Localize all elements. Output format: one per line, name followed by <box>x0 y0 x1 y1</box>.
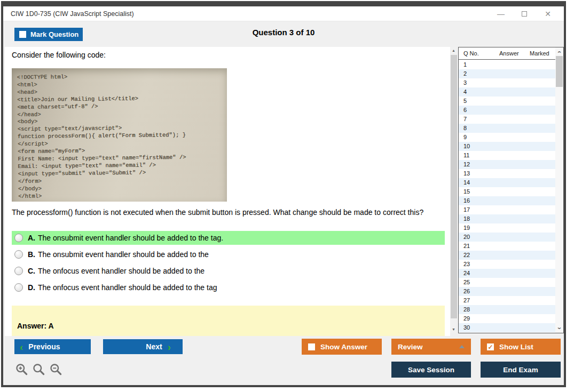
mark-question-button[interactable]: Mark Question <box>14 28 83 41</box>
question-list-row[interactable]: 19 <box>459 223 563 233</box>
question-list-row[interactable]: 12 <box>459 160 563 169</box>
main-scrollbar[interactable]: ▲ ▼ <box>450 47 457 333</box>
next-button[interactable]: Next › <box>103 339 183 354</box>
question-panel: Consider the following code: <!DOCTYPE h… <box>5 47 450 336</box>
question-list-row[interactable]: 5 <box>459 97 563 106</box>
close-button[interactable]: ✕ <box>536 10 560 18</box>
row-marked <box>525 233 546 242</box>
row-marked <box>525 196 546 205</box>
answer-option-a[interactable]: A. The onsubmit event handler should be … <box>12 231 445 245</box>
answer-option-d[interactable]: D. The onfocus event handler should be a… <box>12 281 445 294</box>
question-list-row[interactable]: 4 <box>459 87 563 97</box>
row-qno: 11 <box>459 151 494 160</box>
list-scroll-down-icon[interactable]: ‹ <box>555 324 563 332</box>
question-intro: Consider the following code: <box>12 51 106 59</box>
answer-option-b[interactable]: B. The onsubmit event handler should be … <box>12 247 445 261</box>
row-answer <box>494 169 525 178</box>
row-answer <box>494 196 525 205</box>
question-list-row[interactable]: 27 <box>459 296 563 305</box>
scroll-down-icon[interactable]: ▼ <box>450 326 457 333</box>
row-qno: 10 <box>459 142 494 151</box>
question-list-row[interactable]: 29 <box>459 314 563 323</box>
zoom-reset-icon[interactable] <box>32 363 46 377</box>
row-answer <box>494 60 525 69</box>
row-qno: 6 <box>459 106 494 115</box>
question-list-row[interactable]: 20 <box>459 233 563 242</box>
row-marked <box>525 60 546 69</box>
question-list-row[interactable]: 22 <box>459 251 563 260</box>
question-list-row[interactable]: 7 <box>459 115 563 124</box>
row-answer <box>494 269 525 278</box>
question-list-row[interactable]: 26 <box>459 287 563 296</box>
question-list-row[interactable]: 15 <box>459 187 563 196</box>
radio-icon[interactable] <box>14 250 23 259</box>
radio-icon[interactable] <box>14 283 23 292</box>
row-marked <box>525 214 546 223</box>
row-answer <box>494 242 525 251</box>
row-answer <box>494 296 525 305</box>
question-list-row[interactable]: 28 <box>459 305 563 314</box>
row-qno: 28 <box>459 305 494 314</box>
question-list-row[interactable]: 24 <box>459 269 563 278</box>
show-answer-button[interactable]: Show Answer <box>302 339 382 355</box>
mark-question-checkbox[interactable] <box>19 31 26 38</box>
radio-icon[interactable] <box>14 267 23 275</box>
minimize-button[interactable]: — <box>489 10 513 18</box>
row-qno: 5 <box>459 97 494 106</box>
row-answer <box>494 160 525 169</box>
answer-option-c[interactable]: C. The onfocus event handler should be a… <box>12 264 445 278</box>
row-marked <box>525 296 546 305</box>
review-button[interactable]: Review <box>391 339 471 355</box>
row-answer <box>494 260 525 269</box>
question-list-row[interactable]: 2 <box>459 69 563 78</box>
end-exam-label: End Exam <box>503 366 538 374</box>
row-qno: 7 <box>459 115 494 124</box>
show-list-button[interactable]: ✓ Show List <box>481 339 561 355</box>
question-list-row[interactable]: 11 <box>459 151 563 160</box>
row-marked <box>525 187 546 196</box>
row-qno: 22 <box>459 251 494 260</box>
question-list-row[interactable]: 18 <box>459 214 563 223</box>
question-list-row[interactable]: 16 <box>459 196 563 205</box>
list-scroll-up-icon[interactable]: ‹ <box>555 48 563 56</box>
row-qno: 20 <box>459 233 494 242</box>
question-list-row[interactable]: 17 <box>459 205 563 214</box>
row-answer <box>494 187 525 196</box>
maximize-icon <box>522 11 527 17</box>
end-exam-button[interactable]: End Exam <box>481 362 561 378</box>
previous-label: Previous <box>28 342 60 351</box>
question-list-row[interactable]: 3 <box>459 78 563 87</box>
maximize-button[interactable] <box>513 10 536 18</box>
show-answer-checkbox[interactable] <box>308 343 315 350</box>
radio-icon[interactable] <box>14 234 23 242</box>
column-answer: Answer <box>499 47 519 59</box>
save-session-button[interactable]: Save Session <box>391 362 471 378</box>
question-list-row[interactable]: 9 <box>459 133 563 142</box>
show-list-checkbox[interactable]: ✓ <box>487 343 494 350</box>
row-marked <box>525 178 546 187</box>
scrollbar-thumb[interactable] <box>451 55 457 318</box>
row-answer <box>494 133 525 142</box>
question-list-row[interactable]: 14 <box>459 178 563 187</box>
question-list-row[interactable]: 21 <box>459 242 563 251</box>
question-list-row[interactable]: 30 <box>459 323 563 332</box>
window-controls: — ✕ <box>489 6 560 21</box>
question-list-row[interactable]: 25 <box>459 278 563 287</box>
list-scrollbar-thumb[interactable] <box>556 56 563 87</box>
question-list-scrollbar[interactable]: ‹ ‹ <box>555 47 563 333</box>
question-list-row[interactable]: 6 <box>459 106 563 115</box>
zoom-out-icon[interactable] <box>49 363 63 377</box>
question-list-row[interactable]: 1 <box>459 60 563 69</box>
question-list-row[interactable]: 13 <box>459 169 563 178</box>
row-marked <box>525 106 546 115</box>
previous-button[interactable]: ‹ Previous <box>14 339 91 354</box>
question-list-row[interactable]: 23 <box>459 260 563 269</box>
question-list-row[interactable]: 10 <box>459 142 563 151</box>
row-answer <box>494 69 525 78</box>
zoom-toolbar <box>15 363 63 377</box>
review-label: Review <box>398 343 423 351</box>
zoom-in-icon[interactable] <box>15 363 29 377</box>
question-list-row[interactable]: 8 <box>459 124 563 133</box>
question-prompt: The processform() function is not execut… <box>12 208 447 217</box>
scroll-up-icon[interactable]: ▲ <box>450 47 457 54</box>
